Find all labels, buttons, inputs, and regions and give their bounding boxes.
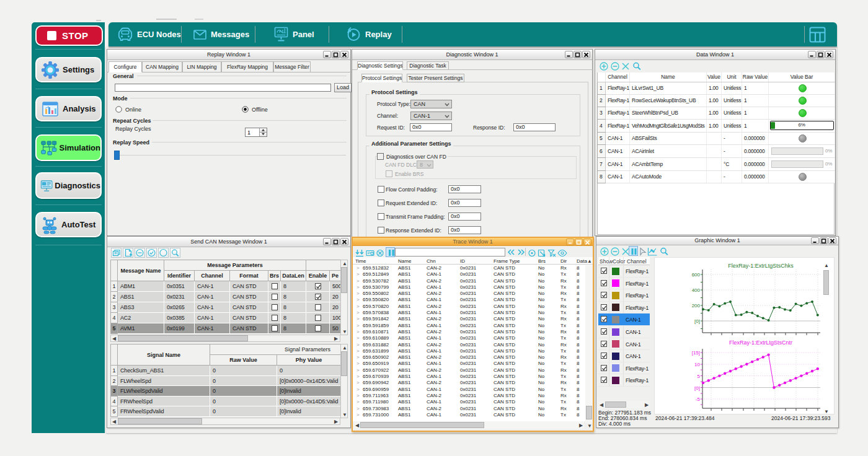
svg-text:[0]: [0] bbox=[694, 318, 700, 324]
svg-text:[0]: [0] bbox=[694, 385, 700, 391]
svg-text:200: 200 bbox=[692, 303, 701, 309]
svg-text:600: 600 bbox=[692, 272, 701, 278]
svg-text:[15]: [15] bbox=[692, 350, 700, 356]
svg-text:5: 5 bbox=[698, 374, 701, 379]
svg-text:400: 400 bbox=[692, 287, 701, 293]
svg-text:FlexRay-1:ExtrLtgStsCntr: FlexRay-1:ExtrLtgStsCntr bbox=[729, 340, 792, 346]
svg-text:-5: -5 bbox=[696, 397, 701, 402]
svg-text:10: 10 bbox=[694, 362, 700, 367]
svg-text:FlexRay-1:ExtrLtgStsChks: FlexRay-1:ExtrLtgStsChks bbox=[728, 263, 794, 269]
